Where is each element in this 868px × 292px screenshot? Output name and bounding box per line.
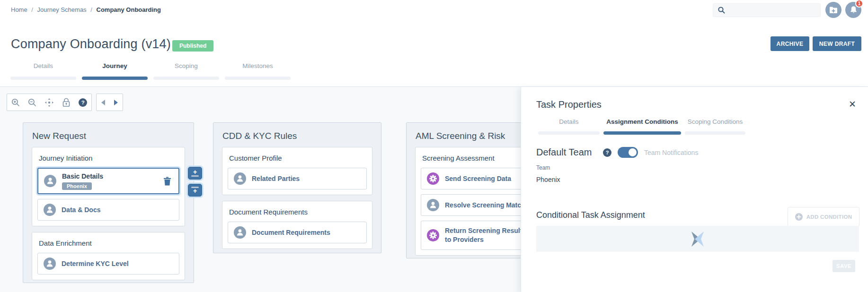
team-field-value: Phoenix (536, 176, 560, 183)
person-icon (234, 226, 246, 239)
tab-underline (153, 77, 219, 80)
breadcrumb-journey-schemas[interactable]: Journey Schemas (37, 6, 87, 13)
journey-canvas[interactable]: ? New Request Journey Initiation Basic D… (0, 86, 868, 292)
tab-label: Assignment Conditions (603, 118, 681, 126)
person-icon (427, 199, 439, 211)
folder-plus-icon (829, 6, 838, 14)
stage-title: CDD & KYC Rules (213, 123, 381, 147)
task-label: Data & Docs (62, 206, 100, 215)
delete-task-button[interactable] (161, 175, 173, 187)
stage-title: New Request (23, 123, 194, 147)
new-draft-button[interactable]: NEW DRAFT (813, 36, 861, 51)
tab-underline (603, 131, 681, 135)
plus-icon: + (193, 170, 197, 175)
help-icon: ? (79, 98, 87, 107)
chevron-right-icon (114, 100, 118, 105)
tab-journey[interactable]: Journey (82, 62, 148, 80)
task-group-journey-initiation: Journey Initiation Basic Details Phoenix (32, 147, 185, 226)
tab-label: Scoping (153, 62, 219, 70)
person-icon (44, 175, 56, 187)
help-icon[interactable]: ? (603, 148, 611, 157)
team-field-label: Team (536, 164, 550, 171)
breadcrumb-home[interactable]: Home (11, 6, 27, 13)
breadcrumb: Home / Journey Schemas / Company Onboard… (11, 6, 161, 13)
tab-label: Milestones (225, 62, 291, 70)
panel-tab-details[interactable]: Details (538, 118, 600, 135)
canvas-toolbar: ? (7, 94, 92, 111)
zoom-out-button[interactable] (27, 97, 38, 108)
stage-column-new-request: New Request Journey Initiation Basic Det… (23, 122, 194, 283)
person-icon (44, 204, 56, 216)
notifications-button[interactable]: 1 (845, 2, 861, 18)
task-label: Resolve Screening Matches (445, 201, 532, 210)
person-icon (44, 258, 56, 270)
next-button[interactable] (110, 97, 122, 108)
breadcrumb-separator: / (31, 6, 33, 13)
search-input[interactable] (726, 6, 816, 14)
lock-button[interactable] (61, 97, 72, 108)
tab-scoping[interactable]: Scoping (153, 62, 219, 80)
person-icon (234, 172, 246, 185)
task-group-document-requirements: Document Requirements Document Requireme… (222, 201, 372, 249)
add-condition-button[interactable]: ADD CONDITION (788, 207, 859, 227)
task-group-title: Journey Initiation (37, 153, 179, 168)
pan-icon (44, 98, 54, 107)
add-condition-label: ADD CONDITION (806, 214, 852, 220)
plus-bar (191, 175, 199, 177)
tab-label: Journey (82, 62, 148, 70)
tab-details[interactable]: Details (10, 62, 76, 80)
task-label: Return Screening Results to Providers (445, 226, 532, 244)
help-button[interactable]: ? (77, 97, 89, 108)
panel-tab-assignment-conditions[interactable]: Assignment Conditions (603, 118, 681, 135)
add-step-before-button[interactable]: + (188, 167, 202, 180)
tab-underline (538, 131, 600, 135)
task-card-document-requirements[interactable]: Document Requirements (228, 222, 367, 243)
global-search[interactable] (713, 3, 821, 17)
toggle-knob (629, 148, 637, 156)
tab-underline (10, 77, 76, 80)
lock-icon (62, 98, 71, 107)
task-card-determine-kyc-level[interactable]: Determine KYC Level (37, 253, 179, 275)
tab-underline (225, 77, 291, 80)
canvas-nav-toolbar (96, 94, 123, 111)
tab-label: Scoping Conditions (685, 118, 745, 126)
schema-tabs: Details Journey Scoping Milestones (10, 62, 291, 80)
stage-column-cdd-kyc-rules: CDD & KYC Rules Customer Profile Related… (213, 122, 381, 253)
task-label: Basic Details (62, 172, 103, 181)
default-team-heading: Default Team (536, 147, 592, 158)
task-card-basic-details[interactable]: Basic Details Phoenix (37, 168, 179, 194)
task-card-related-parties[interactable]: Related Parties (228, 168, 367, 189)
search-icon (717, 6, 726, 14)
circle-plus-icon (795, 213, 803, 221)
conditions-empty-state (536, 226, 859, 252)
save-button[interactable]: SAVE (833, 260, 855, 272)
top-bar: Home / Journey Schemas / Company Onboard… (0, 0, 868, 20)
pan-button[interactable] (44, 97, 55, 108)
gear-icon (427, 172, 439, 185)
create-button[interactable] (825, 2, 841, 18)
previous-button[interactable] (97, 97, 109, 108)
task-group-customer-profile: Customer Profile Related Parties (222, 147, 372, 195)
close-icon[interactable]: ✕ (847, 99, 858, 110)
zoom-in-button[interactable] (10, 97, 21, 108)
task-group-data-enrichment: Data Enrichment Determine KYC Level (32, 232, 185, 280)
task-properties-panel: Task Properties ✕ Details Assignment Con… (521, 87, 868, 292)
brand-x-logo-icon (689, 231, 707, 247)
task-label: Send Screening Data (445, 174, 511, 183)
notification-count-badge: 1 (855, 0, 863, 8)
trash-icon (163, 177, 171, 186)
panel-tab-scoping-conditions[interactable]: Scoping Conditions (685, 118, 745, 135)
task-label: Document Requirements (252, 228, 330, 237)
zoom-in-icon (11, 98, 20, 107)
archive-button[interactable]: ARCHIVE (771, 36, 809, 51)
task-card-data-and-docs[interactable]: Data & Docs (37, 199, 179, 221)
chevron-left-icon (101, 100, 105, 105)
tab-label: Details (538, 118, 600, 126)
gear-icon (427, 229, 439, 241)
team-notifications-toggle[interactable] (618, 147, 638, 158)
add-step-after-button[interactable]: + (188, 184, 202, 197)
breadcrumb-current: Company Onboarding (97, 6, 161, 13)
conditional-task-assignment-heading: Conditional Task Assignment (536, 210, 645, 220)
tab-label: Details (10, 62, 76, 70)
tab-milestones[interactable]: Milestones (225, 62, 291, 80)
